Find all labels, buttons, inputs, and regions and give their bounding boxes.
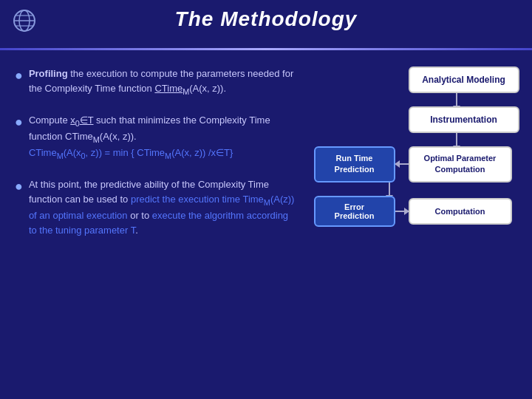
- box-error-prediction: Error Prediction: [314, 196, 395, 227]
- box-optimal-parameter: Optimal ParameterComputation: [409, 146, 512, 183]
- bullet-2: ● Compute x0∈T such that minimizes the C…: [15, 113, 296, 163]
- bullet-text-2: Compute x0∈T such that minimizes the Com…: [29, 113, 296, 163]
- box-computation: Computation: [409, 198, 512, 225]
- slide: The Methodology ● Profiling the executio…: [0, 0, 532, 399]
- box-analytical-modeling: Analytical Modeling: [409, 66, 519, 93]
- slide-title: The Methodology: [175, 7, 358, 30]
- box-instrumentation: Instrumentation: [409, 106, 519, 133]
- bullet-3: ● At this point, the predictive ability …: [15, 177, 296, 239]
- bullet-1: ● Profiling the execution to compute the…: [15, 66, 296, 98]
- content-area: ● Profiling the execution to compute the…: [0, 55, 532, 399]
- right-panel: Analytical Modeling Instrumentation: [310, 55, 532, 399]
- bullet-dot-1: ●: [15, 68, 23, 83]
- bullet-dot-3: ●: [15, 179, 23, 194]
- left-panel: ● Profiling the execution to compute the…: [0, 55, 310, 399]
- bullet-text-3: At this point, the predictive ability of…: [29, 177, 296, 239]
- box-run-time-prediction: Run TimePrediction: [314, 146, 395, 183]
- bullet-dot-2: ●: [15, 115, 23, 130]
- bullet-text-1: Profiling the execution to compute the p…: [29, 66, 296, 98]
- flowchart: Analytical Modeling Instrumentation: [313, 63, 527, 227]
- divider: [0, 48, 532, 50]
- title-bar: The Methodology: [0, 7, 532, 31]
